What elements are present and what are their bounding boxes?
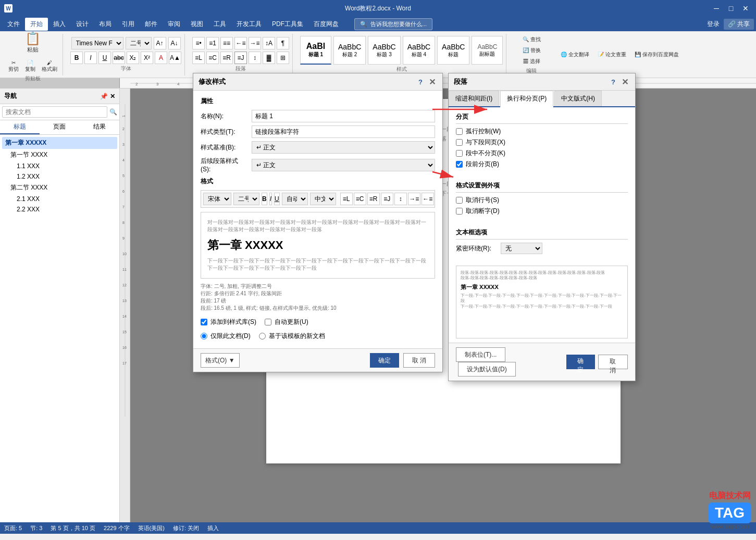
numbering-button[interactable]: ≡1 [206,37,219,49]
bold-btn2[interactable]: B [262,193,267,205]
menu-review[interactable]: 审阅 [163,18,185,31]
next-style-select[interactable]: ↵ 正文 [252,159,435,171]
paragraph-cancel-button[interactable]: 取消 [598,355,628,369]
para-tab-chinese[interactable]: 中文版式(H) [554,91,602,106]
select-button[interactable]: ☰ 选择 [520,57,543,66]
justify-button[interactable]: ≡J [234,52,247,64]
increase-indent-btn2[interactable]: →≡ [408,193,420,205]
widow-control-checkbox[interactable] [456,128,463,135]
font-color-button[interactable]: A [155,52,167,64]
nav-item-chapter1[interactable]: 第一章 XXXXX [2,137,117,149]
find-button[interactable]: 🔍 查找 [520,35,543,44]
paragraph-dialog[interactable]: 段落 ? ✕ 缩进和间距(I) 换行和分页(P) 中文版式(H) 分页 孤行控制… [448,73,636,381]
cut-button[interactable]: ✂剪切 [6,59,21,74]
close-button[interactable]: ✕ [739,3,752,14]
align-left-btn2[interactable]: ≡L [340,193,353,205]
modify-style-close[interactable]: ✕ [427,77,437,87]
modify-style-confirm-button[interactable]: 确定 [370,353,399,368]
nav-pin-button[interactable]: 📌 [100,93,108,100]
italic-btn2[interactable]: I [269,193,272,205]
style-heading1[interactable]: AaBl 标题 1 [300,36,331,65]
nav-item-section2[interactable]: 第二节 XXXX [2,182,117,194]
auto-update-checkbox[interactable] [265,319,271,325]
align-right-button[interactable]: ≡R [220,52,233,64]
menu-baidupan[interactable]: 百度网盘 [308,18,344,31]
style-subtitle[interactable]: AaBbC 副标题 [472,36,503,65]
minimize-button[interactable]: ─ [710,3,723,14]
superscript-button[interactable]: X² [141,52,153,64]
paper-check-button[interactable]: 📝 论文查重 [596,50,628,59]
share-btn[interactable]: 🔗 共享 [724,19,754,30]
add-to-gallery-checkbox[interactable] [201,319,207,325]
nav-item-section1[interactable]: 第一节 XXXX [2,149,117,161]
line-spacing-btn2[interactable]: ↕ [394,193,407,205]
save-baidupan-button[interactable]: 💾 保存到百度网盘 [633,50,681,59]
style-heading3[interactable]: AaBbC 标题 3 [368,36,400,65]
search-bar[interactable]: 🔍 告诉我您想要做什么... [354,18,432,30]
nav-close-button[interactable]: ✕ [110,93,115,100]
menu-layout[interactable]: 布局 [94,18,117,31]
tab-stops-button[interactable]: 制表位(T)... [456,347,505,362]
align-justify-btn2[interactable]: ≡J [381,193,393,205]
style-type-input[interactable] [252,125,435,138]
only-this-doc-radio[interactable] [201,333,207,340]
menu-tools[interactable]: 工具 [208,18,231,31]
highlight-button[interactable]: A▲ [169,52,181,64]
full-translate-button[interactable]: 🌐 全文翻译 [559,50,591,59]
align-left-button[interactable]: ≡L [192,52,205,64]
line-spacing-button[interactable]: ↕ [249,52,261,64]
font-name-select[interactable]: Times New F [71,37,123,49]
name-input[interactable] [252,110,435,122]
menu-view[interactable]: 视图 [185,18,208,31]
align-right-btn2[interactable]: ≡R [367,193,380,205]
modify-style-dialog[interactable]: 修改样式 ? ✕ 属性 名称(N): 样式类型(T): 样式基准(B): ↵ 正… [193,73,443,372]
underline-btn2[interactable]: U [274,193,280,205]
suppress-line-numbers-checkbox[interactable] [456,197,463,204]
increase-indent-button[interactable]: →≡ [249,37,261,49]
search-icon[interactable]: 🔍 [109,108,117,116]
replace-button[interactable]: 🔄 替换 [520,46,543,55]
paragraph-help-icon[interactable]: ? [611,78,615,86]
page-break-before-checkbox[interactable] [456,161,463,168]
shading-button[interactable]: ▓ [263,52,275,64]
menu-mail[interactable]: 邮件 [140,18,163,31]
align-center-btn2[interactable]: ≡C [354,193,366,205]
nav-search-input[interactable] [2,106,107,118]
modify-style-help[interactable]: ? [418,78,423,86]
font-size-select2[interactable]: 二号 [233,193,259,205]
style-heading4[interactable]: AaBbC 标题 4 [403,36,435,65]
style-heading[interactable]: AaBbC 标题 [437,36,469,65]
nav-tab-headings[interactable]: 标题 [0,120,40,134]
para-tab-indent[interactable]: 缩进和间距(I) [449,91,499,106]
style-based-select[interactable]: ↵ 正文 [252,141,435,154]
nav-tab-results[interactable]: 结果 [80,120,119,134]
format-dropdown-button[interactable]: 格式(O) ▼ [201,353,240,368]
font-family-select[interactable]: 宋体 [203,193,231,205]
style-heading2[interactable]: AaBbC 标题 2 [333,36,366,65]
increase-font-button[interactable]: A↑ [154,37,166,49]
maximize-button[interactable]: □ [725,3,737,14]
subscript-button[interactable]: X₂ [127,52,139,64]
show-marks-button[interactable]: ¶ [277,37,289,49]
paragraph-close-button[interactable]: ✕ [619,77,630,87]
font-size-select[interactable]: 二号 [126,37,152,49]
set-default-button[interactable]: 设为默认值(D) [458,362,516,376]
italic-button[interactable]: I [84,52,97,64]
underline-button[interactable]: U [98,52,111,64]
sort-button[interactable]: ↕A [263,37,275,49]
nav-item-1-2[interactable]: 1.2 XXX [2,171,117,182]
para-tab-linebreak[interactable]: 换行和分页(P) [500,91,553,107]
strikethrough-button[interactable]: abc [113,52,125,64]
nav-item-2-1[interactable]: 2.1 XXX [2,194,117,204]
based-on-template-radio[interactable] [259,333,266,340]
nav-tab-pages[interactable]: 页面 [40,120,79,134]
bullets-button[interactable]: ≡• [192,37,205,49]
window-controls[interactable]: ─ □ ✕ [710,3,752,14]
multilevel-button[interactable]: ≡≡ [220,37,233,49]
no-hyphenation-checkbox[interactable] [456,208,463,215]
login-btn[interactable]: 登录 [707,20,720,29]
keep-lines-together-checkbox[interactable] [456,150,463,157]
modify-style-cancel-button[interactable]: 取 消 [403,353,435,368]
align-center-button[interactable]: ≡C [206,52,219,64]
decrease-font-button[interactable]: A↓ [168,37,181,49]
